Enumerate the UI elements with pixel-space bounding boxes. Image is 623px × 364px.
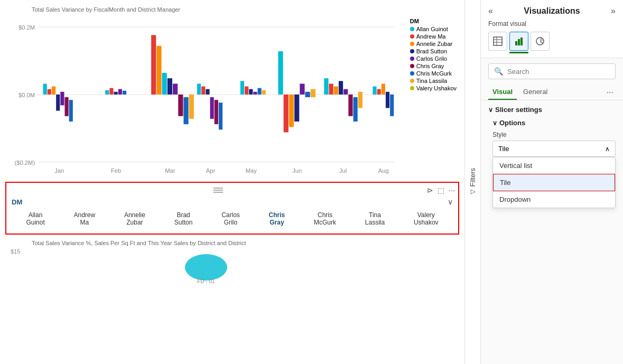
style-label: Style <box>492 131 616 138</box>
svg-rect-56 <box>386 92 389 108</box>
more-options-icon[interactable]: ··· <box>449 186 455 194</box>
svg-rect-12 <box>69 100 73 122</box>
svg-rect-22 <box>173 83 178 94</box>
slicer-drag-handle <box>213 188 223 193</box>
svg-rect-31 <box>219 102 222 129</box>
chart-area: $0.2M $0.0M ($0.2M) <box>5 13 459 182</box>
style-dropdown-menu: Vertical list Tile Dropdown <box>492 157 616 208</box>
filters-panel: ◁ Filters <box>464 0 480 364</box>
style-dropdown-btn[interactable]: Tile ∧ <box>492 141 616 157</box>
bar-chart: $0.2M $0.0M ($0.2M) <box>5 13 459 182</box>
svg-rect-48 <box>339 81 343 95</box>
expand-icon[interactable]: ⬚ <box>438 186 444 194</box>
svg-rect-19 <box>156 46 161 95</box>
dropdown-option-vertical[interactable]: Vertical list <box>493 157 615 174</box>
svg-rect-28 <box>206 89 209 95</box>
dropdown-option-dropdown[interactable]: Dropdown <box>493 191 615 208</box>
bar-chart-format-icon-btn[interactable] <box>509 32 528 51</box>
svg-rect-35 <box>253 92 257 95</box>
svg-rect-68 <box>494 37 502 45</box>
panel-title-row: « Visualizations » <box>488 6 616 16</box>
bottom-chart-title: Total Sales Variance %, Sales Per Sq Ft … <box>32 240 464 246</box>
svg-rect-30 <box>215 100 218 124</box>
slicer-item-allan[interactable]: AllanGuinot <box>24 210 47 227</box>
svg-text:FD - 01: FD - 01 <box>198 278 216 284</box>
search-box[interactable]: 🔍 <box>488 63 616 79</box>
panel-body: ∨ Slicer settings ∨ Options Style Tile ∧… <box>481 100 623 364</box>
svg-rect-10 <box>60 92 64 106</box>
table-icon <box>492 36 503 46</box>
slicer-box: ⊳ ⬚ ··· DM ∨ AllanGuinot AndrewMa Anneli… <box>5 182 459 235</box>
main-content: Total Sales Variance by FiscalMonth and … <box>0 0 464 364</box>
slicer-item-chris-mcgurk[interactable]: ChrisMcGurk <box>312 210 338 227</box>
legend-item: Andrew Ma <box>410 33 457 40</box>
slicer-item-tina[interactable]: TinaLassila <box>363 210 387 227</box>
slicer-dm-label: DM <box>12 198 22 206</box>
legend-item: Tina Lassila <box>410 78 457 84</box>
slicer-item-chris-gray[interactable]: ChrisGray <box>267 210 287 227</box>
search-icon: 🔍 <box>494 67 503 76</box>
bottom-chart-svg: FD - 01 <box>21 251 391 288</box>
svg-rect-44 <box>311 89 315 97</box>
svg-rect-46 <box>329 83 333 94</box>
svg-rect-47 <box>334 87 338 95</box>
svg-rect-55 <box>382 83 385 94</box>
slicer-item-valery[interactable]: ValeryUshakov <box>412 210 441 227</box>
svg-rect-20 <box>162 73 167 95</box>
legend-item: Brad Sutton <box>410 48 457 54</box>
svg-rect-21 <box>168 78 172 95</box>
slicer-settings-header: ∨ Slicer settings <box>488 106 616 114</box>
svg-rect-25 <box>189 95 194 119</box>
svg-text:$0.0M: $0.0M <box>18 92 35 98</box>
svg-rect-51 <box>354 97 358 122</box>
svg-rect-29 <box>210 97 214 119</box>
search-input[interactable] <box>507 68 610 76</box>
svg-text:($0.2M): ($0.2M) <box>15 160 35 166</box>
dropdown-option-tile[interactable]: Tile <box>493 174 615 191</box>
svg-rect-26 <box>197 83 201 94</box>
nav-right-arrow[interactable]: » <box>611 6 616 16</box>
svg-text:Jul: Jul <box>339 167 347 174</box>
slicer-item-brad[interactable]: BradSutton <box>172 210 195 227</box>
bottom-chart-area: $15 FD - 01 <box>0 246 464 288</box>
svg-rect-74 <box>520 38 523 45</box>
svg-rect-40 <box>289 95 294 127</box>
legend-item: Chris Gray <box>410 63 457 69</box>
slicer-controls: ⊳ ⬚ ··· <box>427 186 455 194</box>
svg-text:Aug: Aug <box>378 167 389 174</box>
style-dropdown-value: Tile <box>498 145 509 153</box>
tab-row: Visual General ··· <box>481 85 623 100</box>
svg-rect-13 <box>105 90 109 95</box>
style-dropdown-container: Tile ∧ Vertical list Tile Dropdown <box>492 141 616 157</box>
svg-rect-33 <box>245 87 248 95</box>
slicer-collapse-icon[interactable]: ∨ <box>448 198 453 206</box>
slicer-item-annelie[interactable]: AnnelieZubar <box>122 210 147 227</box>
style-dropdown-chevron: ∧ <box>605 145 610 153</box>
table-format-icon-btn[interactable] <box>488 32 507 51</box>
svg-rect-72 <box>515 41 517 45</box>
legend-item: Carlos Grilo <box>410 55 457 62</box>
svg-text:Jun: Jun <box>292 167 302 174</box>
legend-item: Annelie Zubar <box>410 41 457 47</box>
svg-rect-23 <box>178 95 183 116</box>
filter-icon[interactable]: ⊳ <box>427 186 433 194</box>
legend-item: Chris McGurk <box>410 70 457 77</box>
tab-visual[interactable]: Visual <box>488 85 517 100</box>
svg-rect-49 <box>343 89 348 95</box>
slicer-item-andrew[interactable]: AndrewMa <box>71 210 97 227</box>
nav-left-arrow[interactable]: « <box>488 6 493 16</box>
slicer-header: ⊳ ⬚ ··· <box>10 186 455 194</box>
panel-title: Visualizations <box>524 6 580 16</box>
svg-rect-52 <box>358 92 362 108</box>
tab-more-options[interactable]: ··· <box>605 86 616 99</box>
svg-point-66 <box>185 254 227 281</box>
svg-rect-15 <box>114 92 118 95</box>
filters-label[interactable]: ◁ Filters <box>469 168 477 196</box>
slicer-item-carlos[interactable]: CarlosGrilo <box>219 210 242 227</box>
legend-item: Valery Ushakov <box>410 85 457 91</box>
analytics-format-icon-btn[interactable] <box>531 32 550 51</box>
tab-general[interactable]: General <box>519 85 552 100</box>
options-chevron: ∨ <box>492 119 497 127</box>
legend-header: DM <box>410 18 457 24</box>
svg-rect-36 <box>258 88 262 95</box>
